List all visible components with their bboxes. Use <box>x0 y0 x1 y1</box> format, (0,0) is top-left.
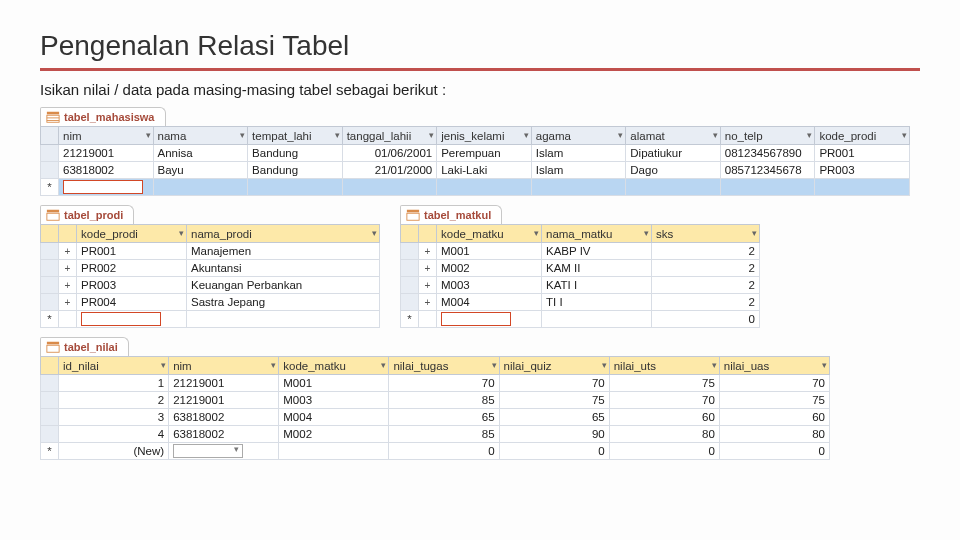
table-row[interactable]: +PR002Akuntansi <box>41 260 380 277</box>
table-row[interactable]: +M001KABP IV2 <box>401 243 760 260</box>
svg-rect-7 <box>407 213 419 220</box>
expand-icon[interactable]: + <box>59 243 77 260</box>
header-row: nim▾ nama▾ tempat_lahi▾ tanggal_lahii▾ j… <box>41 127 910 145</box>
col-kode-matkul[interactable]: kode_matku▾ <box>437 225 542 243</box>
svg-rect-0 <box>47 112 59 115</box>
svg-rect-9 <box>47 345 59 352</box>
tab-label: tabel_mahasiswa <box>64 111 155 123</box>
col-quiz[interactable]: nilai_quiz▾ <box>499 357 609 375</box>
table-row[interactable]: 363818002M00465656060 <box>41 409 830 426</box>
new-row[interactable]: (New)0000 <box>41 443 830 460</box>
svg-rect-6 <box>407 210 419 213</box>
svg-rect-5 <box>47 213 59 220</box>
new-row[interactable]: 0 <box>401 311 760 328</box>
table-nilai: tabel_nilai id_nilai▾ nim▾ kode_matku▾ n… <box>40 336 920 460</box>
col-jk[interactable]: jenis_kelami▾ <box>437 127 532 145</box>
tab-matkul[interactable]: tabel_matkul <box>400 205 502 224</box>
input-highlight[interactable] <box>81 312 161 326</box>
page-title: Pengenalan Relasi Tabel <box>40 30 920 62</box>
nim-select[interactable] <box>173 444 243 458</box>
input-highlight[interactable] <box>63 180 143 194</box>
col-agama[interactable]: agama▾ <box>531 127 626 145</box>
svg-rect-4 <box>47 210 59 213</box>
table-row[interactable]: 463818002M00285908080 <box>41 426 830 443</box>
new-row[interactable] <box>41 311 380 328</box>
col-tempat[interactable]: tempat_lahi▾ <box>248 127 343 145</box>
table-matkul: tabel_matkul kode_matku▾ nama_matku▾ sks… <box>400 204 760 328</box>
col-uas[interactable]: nilai_uas▾ <box>719 357 829 375</box>
table-row[interactable]: +PR003Keuangan Perbankan <box>41 277 380 294</box>
table-icon <box>46 110 60 124</box>
col-sks[interactable]: sks▾ <box>652 225 760 243</box>
table-row[interactable]: 21219001 Annisa Bandung 01/06/2001 Perem… <box>41 145 910 162</box>
col-kode-prodi[interactable]: kode_prodi▾ <box>77 225 187 243</box>
col-nama[interactable]: nama▾ <box>153 127 248 145</box>
title-rule <box>40 68 920 71</box>
table-row[interactable]: +PR004Sastra Jepang <box>41 294 380 311</box>
table-icon <box>46 340 60 354</box>
table-row[interactable]: 221219001M00385757075 <box>41 392 830 409</box>
col-tanggal[interactable]: tanggal_lahii▾ <box>342 127 437 145</box>
col-nama-prodi[interactable]: nama_prodi▾ <box>187 225 380 243</box>
page-subtitle: Isikan nilai / data pada masing-masing t… <box>40 81 920 98</box>
svg-rect-8 <box>47 342 59 345</box>
col-nim[interactable]: nim▾ <box>169 357 279 375</box>
tab-prodi[interactable]: tabel_prodi <box>40 205 134 224</box>
table-row[interactable]: +M004TI I2 <box>401 294 760 311</box>
chevron-down-icon[interactable]: ▾ <box>146 130 151 140</box>
table-row[interactable]: 63818002 Bayu Bandung 21/01/2000 Laki-La… <box>41 162 910 179</box>
svg-rect-1 <box>47 115 59 122</box>
table-icon <box>46 208 60 222</box>
col-telp[interactable]: no_telp▾ <box>720 127 815 145</box>
input-highlight[interactable] <box>441 312 511 326</box>
tab-mahasiswa[interactable]: tabel_mahasiswa <box>40 107 166 126</box>
row-selector-header[interactable] <box>41 127 59 145</box>
table-prodi: tabel_prodi kode_prodi▾ nama_prodi▾ +PR0… <box>40 204 380 328</box>
new-row[interactable] <box>41 179 910 196</box>
col-uts[interactable]: nilai_uts▾ <box>609 357 719 375</box>
col-tugas[interactable]: nilai_tugas▾ <box>389 357 499 375</box>
col-kode-matku[interactable]: kode_matku▾ <box>279 357 389 375</box>
table-mahasiswa: tabel_mahasiswa nim▾ nama▾ tempat_lahi▾ … <box>40 106 920 196</box>
table-row[interactable]: +M003KATI I2 <box>401 277 760 294</box>
col-id-nilai[interactable]: id_nilai▾ <box>59 357 169 375</box>
col-kode-prodi[interactable]: kode_prodi▾ <box>815 127 910 145</box>
table-row[interactable]: +M002KAM II2 <box>401 260 760 277</box>
table-row[interactable]: 121219001M00170707570 <box>41 375 830 392</box>
table-row[interactable]: +PR001Manajemen <box>41 243 380 260</box>
col-nama-matkul[interactable]: nama_matku▾ <box>542 225 652 243</box>
table-icon <box>406 208 420 222</box>
col-nim[interactable]: nim▾ <box>59 127 154 145</box>
tab-nilai[interactable]: tabel_nilai <box>40 337 129 356</box>
col-alamat[interactable]: alamat▾ <box>626 127 721 145</box>
